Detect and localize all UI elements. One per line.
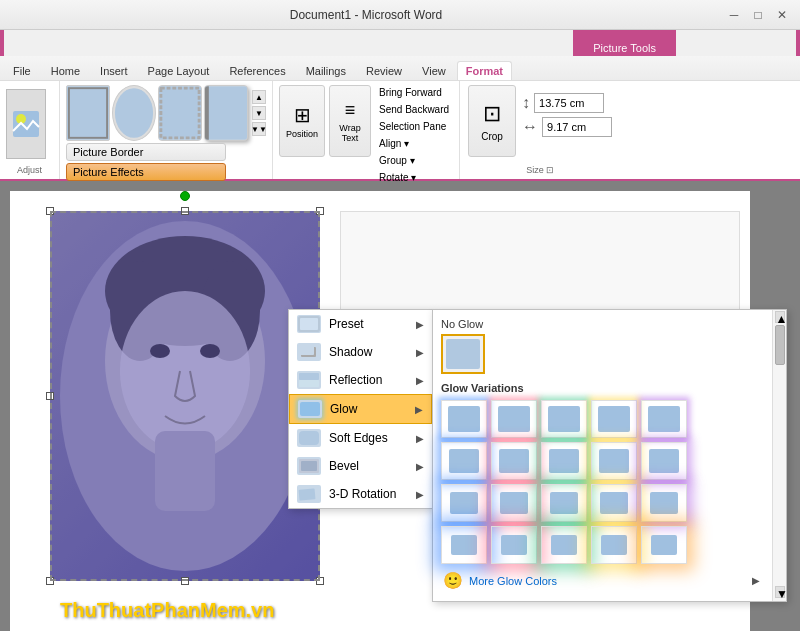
- glow-green-11pt[interactable]: [541, 484, 587, 522]
- style-scroll-up[interactable]: ▲: [252, 90, 266, 104]
- menu-item-glow[interactable]: Glow ▶: [289, 394, 432, 424]
- style-thumb-2[interactable]: [112, 85, 156, 141]
- align-button[interactable]: Align ▾: [375, 136, 453, 151]
- send-backward-button[interactable]: Send Backward: [375, 102, 453, 117]
- tab-home2[interactable]: Home: [42, 61, 89, 80]
- glow-arrow: ▶: [415, 404, 423, 415]
- group-button[interactable]: Group ▾: [375, 153, 453, 168]
- style-scroll-more[interactable]: ▼▼: [252, 122, 266, 136]
- scroll-up-btn[interactable]: ▲: [775, 311, 785, 323]
- glow-green-5pt[interactable]: [541, 400, 587, 438]
- width-input[interactable]: [542, 117, 612, 137]
- glow-blue-11pt[interactable]: [441, 484, 487, 522]
- bring-forward-button[interactable]: Bring Forward: [375, 85, 453, 100]
- size-label: Size ⊡: [468, 165, 612, 175]
- crop-label: Crop: [481, 131, 503, 142]
- style-thumb-3[interactable]: [158, 85, 202, 141]
- position-button[interactable]: ⊞ Position: [279, 85, 325, 157]
- glow-green-18pt[interactable]: [541, 526, 587, 564]
- tab-home[interactable]: File: [4, 61, 40, 80]
- rotate-handle[interactable]: [180, 191, 190, 201]
- glow-scrollbar: ▲ ▼: [772, 310, 786, 601]
- tab-insert[interactable]: Insert: [91, 61, 137, 80]
- scroll-down-btn[interactable]: ▼: [775, 586, 785, 598]
- soft-edges-label: Soft Edges: [329, 431, 388, 445]
- svg-rect-20: [300, 318, 318, 330]
- wrap-text-label: WrapText: [339, 123, 360, 143]
- svg-rect-36: [449, 449, 479, 473]
- glow-purple-5pt[interactable]: [641, 400, 687, 438]
- no-glow-label: No Glow: [441, 318, 762, 330]
- minimize-button[interactable]: ─: [724, 5, 744, 25]
- glow-blue-5pt[interactable]: [441, 400, 487, 438]
- svg-rect-2: [67, 86, 109, 139]
- tab-references[interactable]: References: [220, 61, 294, 80]
- soft-edges-icon: [297, 429, 321, 447]
- style-thumbs-row: [66, 85, 248, 141]
- height-input[interactable]: [534, 93, 604, 113]
- style-thumb-1[interactable]: [66, 85, 110, 141]
- glow-red-18pt[interactable]: [491, 526, 537, 564]
- crop-container: ⊡ Crop: [468, 85, 516, 157]
- selection-border: [50, 211, 320, 581]
- menu-item-soft-edges[interactable]: Soft Edges ▶: [289, 424, 432, 452]
- more-glow-arrow: ▶: [752, 575, 760, 586]
- svg-rect-25: [300, 402, 320, 416]
- glow-orange-18pt[interactable]: [641, 526, 687, 564]
- tab-review[interactable]: Review: [357, 61, 411, 80]
- picture-effects-buttons: Picture Border Picture Effects: [66, 143, 266, 181]
- glow-blue-18pt[interactable]: [441, 526, 487, 564]
- crop-button[interactable]: ⊡ Crop: [468, 85, 516, 157]
- document-area: Preset ▶ Shadow ▶ Reflection ▶ Glow ▶: [0, 181, 800, 631]
- tab-mailings[interactable]: Mailings: [297, 61, 355, 80]
- no-glow-item[interactable]: [441, 334, 485, 374]
- more-glow-colors[interactable]: 🙂 More Glow Colors ▶: [441, 568, 762, 593]
- glow-yellow-8pt[interactable]: [591, 442, 637, 480]
- svg-rect-8: [205, 86, 209, 139]
- doc-title: Document1 - Microsoft Word: [8, 8, 724, 22]
- glow-yellow-11pt[interactable]: [591, 484, 637, 522]
- normal-tabs-area: [4, 30, 573, 56]
- adjust-label: Adjust: [6, 165, 53, 175]
- close-button[interactable]: ✕: [772, 5, 792, 25]
- glow-purple-8pt[interactable]: [641, 442, 687, 480]
- selection-pane-button[interactable]: Selection Pane: [375, 119, 453, 134]
- glow-green-8pt[interactable]: [541, 442, 587, 480]
- glow-blue-8pt[interactable]: [441, 442, 487, 480]
- glow-red-11pt[interactable]: [491, 484, 537, 522]
- glow-yellow-5pt[interactable]: [591, 400, 637, 438]
- picture-effects-menu: Preset ▶ Shadow ▶ Reflection ▶ Glow ▶: [288, 309, 433, 509]
- picture-tools-bar: Picture Tools: [0, 30, 800, 56]
- menu-item-3d-rotation[interactable]: 3-D Rotation ▶: [289, 480, 432, 508]
- svg-rect-43: [550, 492, 578, 514]
- style-thumb-4[interactable]: [204, 85, 248, 141]
- wrap-text-button[interactable]: ≡ WrapText: [329, 85, 371, 157]
- svg-rect-46: [451, 535, 477, 555]
- glow-red-8pt[interactable]: [491, 442, 537, 480]
- tab-view[interactable]: View: [413, 61, 455, 80]
- tab-page-layout[interactable]: Page Layout: [139, 61, 219, 80]
- svg-rect-50: [651, 535, 677, 555]
- glow-yellow-18pt[interactable]: [591, 526, 637, 564]
- glow-red-5pt[interactable]: [491, 400, 537, 438]
- image-container[interactable]: [50, 211, 320, 581]
- glow-purple-11pt[interactable]: [641, 484, 687, 522]
- menu-item-preset[interactable]: Preset ▶: [289, 310, 432, 338]
- menu-item-shadow[interactable]: Shadow ▶: [289, 338, 432, 366]
- style-scroll-down[interactable]: ▼: [252, 106, 266, 120]
- menu-item-bevel[interactable]: Bevel ▶: [289, 452, 432, 480]
- svg-rect-24: [299, 380, 319, 387]
- scroll-thumb[interactable]: [775, 325, 785, 365]
- svg-rect-34: [598, 406, 630, 432]
- tab-format[interactable]: Format: [457, 61, 512, 80]
- picture-effects-button[interactable]: Picture Effects: [66, 163, 226, 181]
- 3d-rotation-icon: [297, 485, 321, 503]
- width-icon: ↔: [522, 118, 538, 136]
- size-expand-icon[interactable]: ⊡: [546, 165, 554, 175]
- svg-rect-33: [548, 406, 580, 432]
- picture-border-button[interactable]: Picture Border: [66, 143, 226, 161]
- maximize-button[interactable]: □: [748, 5, 768, 25]
- menu-item-reflection[interactable]: Reflection ▶: [289, 366, 432, 394]
- text-area: [340, 211, 740, 311]
- bevel-label: Bevel: [329, 459, 359, 473]
